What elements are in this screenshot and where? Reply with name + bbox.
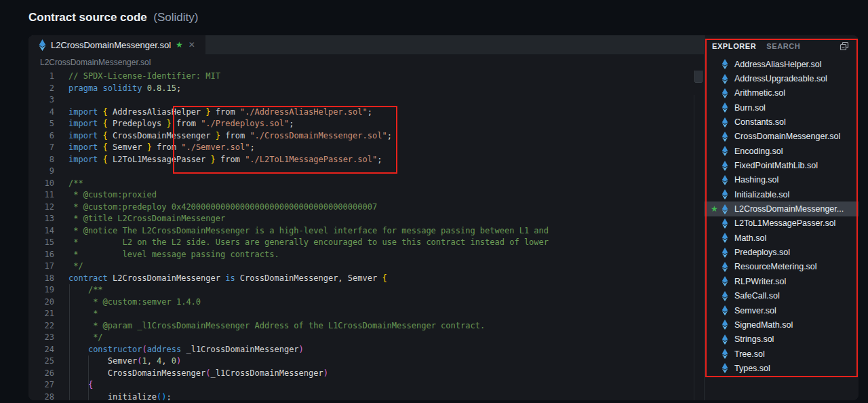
file-item[interactable]: ★ResourceMetering.sol bbox=[705, 260, 859, 274]
indent-guide bbox=[88, 356, 89, 400]
code-line: 2pragma solidity 0.8.15; bbox=[28, 83, 704, 95]
file-name: Hashing.sol bbox=[734, 175, 778, 185]
scrollbar-track bbox=[694, 95, 694, 400]
code-line: 7import { Semver } from "./Semver.sol"; bbox=[28, 142, 704, 154]
file-name: SignedMath.sol bbox=[734, 320, 793, 330]
ethereum-icon bbox=[722, 363, 728, 373]
tab-bar: L2CrossDomainMessenger.sol ★ ✕ bbox=[28, 35, 704, 54]
file-item[interactable]: ★L2CrossDomainMessenger... bbox=[705, 202, 859, 216]
tab-explorer[interactable]: EXPLORER bbox=[712, 42, 756, 50]
close-icon[interactable]: ✕ bbox=[188, 41, 196, 49]
code-line: 21 * bbox=[28, 308, 704, 320]
line-number: 19 bbox=[28, 284, 54, 296]
line-number: 10 bbox=[28, 178, 54, 190]
file-item[interactable]: ★Math.sol bbox=[705, 231, 859, 245]
ethereum-icon bbox=[722, 132, 728, 142]
file-item[interactable]: ★Hashing.sol bbox=[705, 173, 859, 187]
ethereum-icon bbox=[722, 204, 728, 214]
star-icon: ★ bbox=[711, 205, 718, 213]
code-line: 12 * @custom:predeploy 0x420000000000000… bbox=[28, 202, 704, 214]
page-title: Contract source code (Solidity) bbox=[28, 9, 198, 26]
line-number: 26 bbox=[28, 368, 54, 380]
file-item[interactable]: ★Strings.sol bbox=[705, 332, 859, 347]
file-name: Constants.sol bbox=[734, 117, 786, 127]
code-line: 25 Semver(1, 4, 0) bbox=[28, 356, 704, 368]
line-number: 28 bbox=[28, 391, 54, 401]
ethereum-icon bbox=[722, 291, 728, 301]
ethereum-icon bbox=[722, 218, 728, 229]
file-item[interactable]: ★Initializable.sol bbox=[705, 187, 859, 202]
file-name: L2CrossDomainMessenger... bbox=[734, 204, 844, 214]
code-line: 11 * @custom:proxied bbox=[28, 189, 704, 202]
file-item[interactable]: ★Encoding.sol bbox=[705, 144, 859, 158]
code-line: 24 constructor(address _l1CrossDomainMes… bbox=[28, 344, 704, 356]
code-line: 4import { AddressAliasHelper } from "./A… bbox=[28, 107, 704, 119]
breadcrumb: L2CrossDomainMessenger.sol bbox=[28, 54, 704, 71]
line-number: 24 bbox=[28, 344, 54, 356]
ethereum-icon bbox=[39, 39, 46, 51]
file-item[interactable]: ★Tree.sol bbox=[705, 347, 859, 361]
ethereum-icon bbox=[722, 74, 728, 84]
code-line: 16 * level message passing contracts. bbox=[28, 249, 704, 261]
code-line: 28 initialize(); bbox=[28, 391, 704, 401]
page-title-text: Contract source code bbox=[28, 11, 147, 24]
file-item[interactable]: ★CrossDomainMessenger.sol bbox=[705, 130, 859, 144]
line-number: 17 bbox=[28, 261, 54, 273]
file-name: Burn.sol bbox=[734, 103, 766, 113]
line-number: 13 bbox=[28, 213, 54, 225]
code-line: 18contract L2CrossDomainMessenger is Cro… bbox=[28, 273, 704, 285]
editor-column: L2CrossDomainMessenger.sol ★ ✕ L2CrossDo… bbox=[28, 35, 704, 400]
line-number: 9 bbox=[28, 166, 54, 178]
ethereum-icon bbox=[722, 276, 728, 286]
line-number: 12 bbox=[28, 202, 54, 214]
file-item[interactable]: ★Arithmetic.sol bbox=[705, 86, 859, 100]
code-line: 8import { L2ToL1MessagePasser } from "./… bbox=[28, 154, 704, 166]
line-number: 21 bbox=[28, 308, 54, 320]
file-item[interactable]: ★SafeCall.sol bbox=[705, 289, 859, 303]
file-item[interactable]: ★SignedMath.sol bbox=[705, 318, 859, 332]
file-name: Initializable.sol bbox=[734, 190, 789, 199]
contract-code-viewer: L2CrossDomainMessenger.sol ★ ✕ L2CrossDo… bbox=[28, 35, 859, 400]
ethereum-icon bbox=[722, 262, 728, 272]
file-name: Encoding.sol bbox=[734, 147, 783, 156]
line-number: 11 bbox=[28, 189, 54, 202]
tab-search[interactable]: SEARCH bbox=[766, 42, 800, 50]
file-item[interactable]: ★Semver.sol bbox=[705, 303, 859, 318]
file-list: ★AddressAliasHelper.sol★AddressUpgradeab… bbox=[705, 57, 859, 400]
file-item[interactable]: ★Types.sol bbox=[705, 361, 859, 375]
file-name: Types.sol bbox=[734, 364, 770, 373]
scrollbar-thumb[interactable] bbox=[694, 71, 703, 83]
file-name: RLPWriter.sol bbox=[734, 277, 786, 286]
line-number: 1 bbox=[28, 71, 54, 83]
file-item[interactable]: ★AddressUpgradeable.sol bbox=[705, 71, 859, 85]
code-line: 22 * @param _l1CrossDomainMessenger Addr… bbox=[28, 320, 704, 332]
ethereum-icon bbox=[722, 305, 728, 315]
file-item[interactable]: ★FixedPointMathLib.sol bbox=[705, 158, 859, 172]
file-name: Strings.sol bbox=[734, 334, 774, 344]
file-name: L2ToL1MessagePasser.sol bbox=[734, 218, 835, 228]
ethereum-icon bbox=[722, 102, 728, 113]
ethereum-icon bbox=[722, 146, 728, 156]
line-number: 16 bbox=[28, 249, 54, 261]
file-item[interactable]: ★RLPWriter.sol bbox=[705, 274, 859, 288]
file-item[interactable]: ★Burn.sol bbox=[705, 100, 859, 115]
code-editor[interactable]: 1// SPDX-License-Identifier: MIT2pragma … bbox=[28, 71, 704, 400]
line-number: 22 bbox=[28, 320, 54, 332]
line-number: 20 bbox=[28, 296, 54, 309]
line-number: 7 bbox=[28, 142, 54, 154]
file-explorer-panel: EXPLORER SEARCH ★AddressAliasHelper.sol★… bbox=[704, 35, 859, 400]
code-line: 19 /** bbox=[28, 284, 704, 296]
code-line: 23 */ bbox=[28, 332, 704, 344]
line-number: 6 bbox=[28, 130, 54, 142]
code-line: 3 bbox=[28, 94, 704, 107]
ethereum-icon bbox=[722, 117, 728, 128]
code-line: 15 * L2 on the L2 side. Users are genera… bbox=[28, 237, 704, 249]
restore-windows-icon[interactable] bbox=[840, 41, 849, 51]
file-item[interactable]: ★AddressAliasHelper.sol bbox=[705, 57, 859, 71]
page: { "header": { "title": "Contract source … bbox=[0, 0, 868, 403]
file-item[interactable]: ★Constants.sol bbox=[705, 115, 859, 129]
file-item[interactable]: ★Predeploys.sol bbox=[705, 245, 859, 259]
tab-l2crossdomainmessenger[interactable]: L2CrossDomainMessenger.sol ★ ✕ bbox=[28, 35, 205, 54]
line-number: 4 bbox=[28, 107, 54, 119]
file-item[interactable]: ★L2ToL1MessagePasser.sol bbox=[705, 216, 859, 231]
